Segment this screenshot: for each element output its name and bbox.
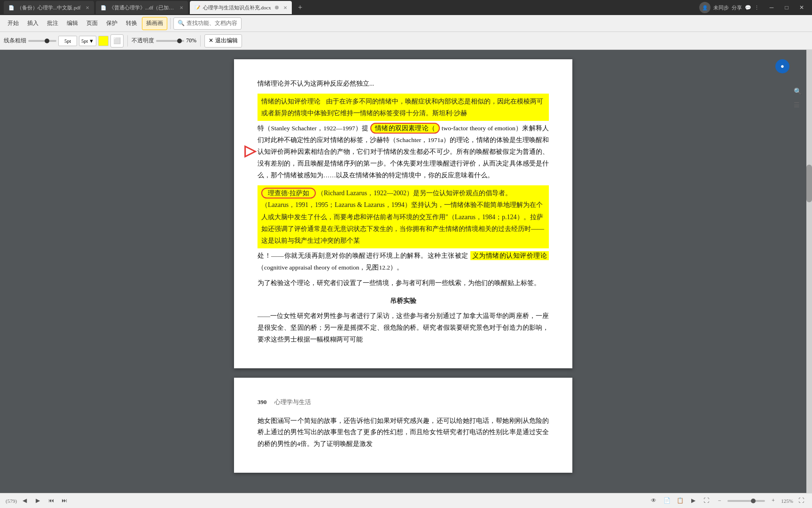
- menu-convert[interactable]: 转换: [122, 17, 141, 30]
- sync-label: 未同步: [713, 4, 729, 11]
- tab-docx-active[interactable]: 📝 心理学与生活知识点补充.docx ✕: [190, 1, 292, 14]
- experiment-intro: 为了检验这个理论，研究者们设置了一些情境，参与者可利用一些线索，为他们的唤醒贴上…: [258, 278, 549, 289]
- right-sidebar-icon1[interactable]: 🔍: [794, 87, 802, 95]
- pdf2-icon: 📄: [101, 5, 106, 10]
- transparency-slider-container[interactable]: [156, 40, 184, 42]
- prev-page-button[interactable]: ◀: [20, 496, 30, 506]
- page-content-1: 情绪理论并不认为这两种反应必然独立... 情绪的认知评价理论 由于在许多不同的情…: [258, 78, 549, 346]
- eraser-button[interactable]: ⬜: [110, 34, 124, 48]
- tab3-label: 心理学与生活知识点补充.docx: [203, 4, 271, 11]
- page-header: 390 心理学与生活: [258, 397, 549, 407]
- color-yellow[interactable]: [98, 36, 109, 46]
- search-box[interactable]: 🔍 查找功能、文档内容: [173, 17, 242, 30]
- main-area: ● 🔍 ☰ ▷ 情绪理论并不认为这两种反应必然独立... 情绪的认知评价理论: [0, 50, 812, 508]
- zoom-out-button[interactable]: −: [714, 496, 725, 506]
- exit-edit-button[interactable]: ✕ 退出编辑: [204, 34, 242, 48]
- lazarus-highlight-block: 理查德·拉萨如 （Richard Lazarus，1922—2002）是另一位认…: [258, 185, 549, 248]
- menu-insert[interactable]: 插入: [23, 17, 42, 30]
- tab-pdf-backup[interactable]: 📄 （备份）心理学...中文版.pdf ✕: [4, 1, 94, 14]
- view-icon3[interactable]: 📋: [675, 496, 685, 506]
- menu-page[interactable]: 页面: [83, 17, 102, 30]
- separator1: [170, 18, 171, 29]
- scrollbar-thumb[interactable]: [806, 165, 812, 202]
- intro-paragraph: 情绪理论并不认为这两种反应必然独立...: [258, 78, 549, 90]
- tab-pdf-general[interactable]: 📄 《普通心理学》...df（已加密） ✕: [96, 1, 188, 14]
- close-button[interactable]: ✕: [795, 1, 808, 14]
- lazarus-para2: 处！——你就无须再刻意对你的唤醒进行环境上的解释。这种主张被定 义为情绪的认知评…: [258, 250, 549, 274]
- appraisal-highlight: 义为情绪的认知评价理论: [470, 251, 549, 260]
- separator2: [127, 35, 128, 47]
- page-chapter-title: 心理学与生活: [274, 397, 311, 407]
- more-icon[interactable]: ⋮: [754, 5, 759, 11]
- highlight-block-1: 情绪的认知评价理论 由于在许多不同的情绪中，唤醒症状和内部状态是相似的，因此在模…: [258, 94, 549, 121]
- zoom-control[interactable]: [727, 500, 765, 502]
- tab2-close[interactable]: ✕: [180, 5, 183, 10]
- line-size-input[interactable]: 5pt: [58, 36, 77, 46]
- menu-edit[interactable]: 编辑: [63, 17, 82, 30]
- size-dropdown[interactable]: 5pt ▼: [79, 36, 96, 46]
- title-bar: 📄 （备份）心理学...中文版.pdf ✕ 📄 《普通心理学》...df（已加密…: [0, 0, 812, 15]
- view-icon2[interactable]: 📄: [662, 496, 672, 506]
- pdf-page-1: ▷ 情绪理论并不认为这两种反应必然独立... 情绪的认知评价理论 由于在许多不同…: [234, 59, 572, 368]
- blue-badge[interactable]: ●: [775, 59, 789, 73]
- page-count-label: (579): [6, 498, 17, 504]
- zoom-slider[interactable]: [727, 500, 765, 502]
- tab1-close[interactable]: ✕: [86, 5, 89, 10]
- view-icon4[interactable]: ▶: [688, 496, 698, 506]
- transparency-label: 不透明度: [132, 37, 154, 45]
- eraser-icon: ⬜: [113, 37, 121, 45]
- exit-icon: ✕: [209, 37, 213, 44]
- red-arrow-annotation: ▷: [244, 142, 256, 159]
- bottom-icons-left: (579) ◀ ▶ ⏮ ⏭: [6, 496, 70, 506]
- intro-text: 情绪理论并不认为这两种反应必然独立...: [258, 80, 374, 87]
- schachter-para: 特（Stanley Schachter，1922—1997）提 情绪的双因素理论…: [258, 123, 549, 182]
- search-label: 查找功能、文档内容: [187, 19, 237, 27]
- bottom-bar: (579) ◀ ▶ ⏮ ⏭ 👁 📄 📋 ▶ ⛶ − + 125% ⛶: [0, 493, 812, 508]
- right-sidebar-icon2[interactable]: ☰: [794, 101, 802, 109]
- line-slider[interactable]: [28, 40, 56, 42]
- expand-icon[interactable]: ⛶: [796, 496, 806, 506]
- experiment-title: 吊桥实验: [258, 295, 549, 307]
- user-avatar[interactable]: 👤: [699, 2, 710, 13]
- new-tab-button[interactable]: +: [294, 1, 307, 14]
- comment-icon[interactable]: 💬: [745, 5, 751, 11]
- pdf-icon: 📄: [8, 5, 14, 10]
- search-icon: 🔍: [178, 20, 185, 27]
- scrollbar-track[interactable]: [806, 50, 812, 508]
- maximize-button[interactable]: □: [780, 1, 793, 14]
- line-width-label: 线条粗细: [4, 37, 26, 45]
- tab1-label: （备份）心理学...中文版.pdf: [17, 4, 81, 11]
- menu-protect[interactable]: 保护: [102, 17, 121, 30]
- transparency-value: 70%: [186, 37, 196, 44]
- page-nav-start[interactable]: ⏮: [46, 496, 56, 506]
- transparency-slider-thumb: [177, 39, 182, 43]
- line-slider-thumb: [45, 39, 49, 43]
- section1-heading: 情绪的认知评价理论: [261, 98, 320, 105]
- view-icon1[interactable]: 👁: [648, 496, 659, 506]
- pdf-page-2: 390 心理学与生活 她女图涵写一个简短的故事，还告诉他们如果对研究感兴趣，还可…: [234, 378, 572, 473]
- lazarus-circle: 理查德·拉萨如: [261, 188, 316, 198]
- zoom-value: 125%: [781, 498, 793, 504]
- line-slider-container[interactable]: [28, 40, 56, 42]
- page-number: 390: [258, 397, 267, 407]
- zoom-in-button[interactable]: +: [768, 496, 778, 506]
- transparency-slider[interactable]: [156, 40, 184, 42]
- experiment-content1: ——一位女性研究者对男性参与者进行了采访，这些参与者分别通过了加拿大温哥华的两座…: [258, 310, 549, 346]
- two-factor-highlight: 情绪的双因素理论（: [370, 123, 440, 134]
- menu-draw[interactable]: 插画画: [142, 17, 167, 30]
- pdf-container[interactable]: ● 🔍 ☰ ▷ 情绪理论并不认为这两种反应必然独立... 情绪的认知评价理论: [0, 50, 806, 508]
- tab-modified-dot: [275, 6, 279, 9]
- menu-bar: 开始 插入 批注 编辑 页面 保护 转换 插画画 🔍 查找功能、文档内容: [0, 15, 812, 32]
- dropdown-arrow: ▼: [89, 38, 94, 44]
- tab3-close[interactable]: ✕: [283, 5, 287, 10]
- fullscreen-icon[interactable]: ⛶: [701, 496, 711, 506]
- draw-toolbar: 线条粗细 5pt 5pt ▼ ⬜ 不透明度 70% ✕ 退出编辑: [0, 32, 812, 50]
- next-page-button[interactable]: ▶: [33, 496, 43, 506]
- minimize-button[interactable]: ─: [765, 1, 778, 14]
- menu-annotate[interactable]: 批注: [43, 17, 62, 30]
- menu-start[interactable]: 开始: [4, 17, 23, 30]
- page-nav-end[interactable]: ⏭: [59, 496, 70, 506]
- tab2-label: 《普通心理学》...df（已加密）: [109, 4, 175, 11]
- docx-icon: 📝: [195, 5, 200, 10]
- separator3: [200, 35, 201, 47]
